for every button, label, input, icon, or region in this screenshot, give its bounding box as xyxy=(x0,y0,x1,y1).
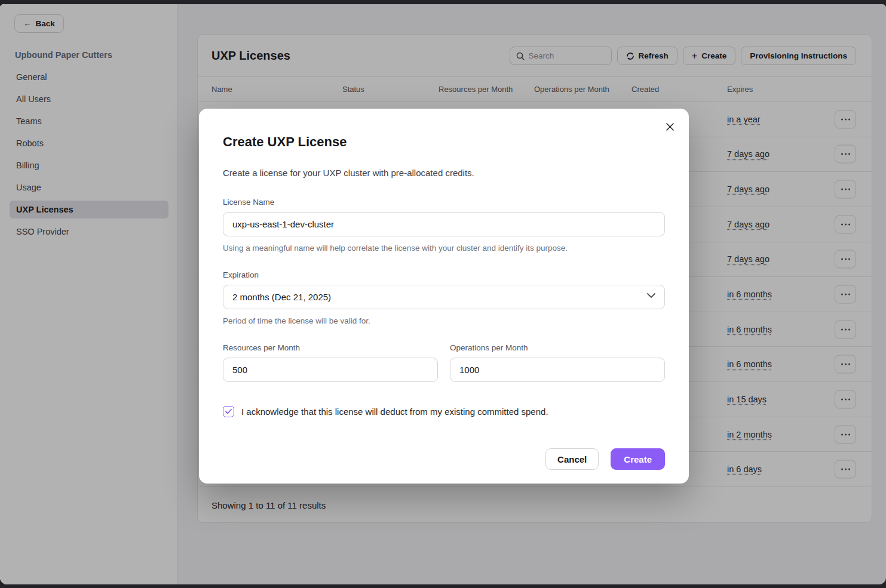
cancel-button[interactable]: Cancel xyxy=(545,448,599,470)
acknowledge-checkbox[interactable] xyxy=(223,406,234,417)
close-button[interactable] xyxy=(661,118,678,135)
screen: ← Back Upbound Paper Cutters General All… xyxy=(0,0,886,588)
modal-create-button[interactable]: Create xyxy=(611,448,665,470)
modal-description: Create a license for your UXP cluster wi… xyxy=(223,168,665,178)
license-name-helper: Using a meaningful name will help correl… xyxy=(223,244,665,253)
acknowledge-row: I acknowledge that this license will ded… xyxy=(223,406,665,417)
license-name-input[interactable] xyxy=(223,212,665,236)
check-icon xyxy=(225,409,232,414)
modal-buttons: Cancel Create xyxy=(223,448,665,470)
operations-field: Operations per Month xyxy=(450,343,665,382)
expiration-label: Expiration xyxy=(223,270,665,279)
expiration-select[interactable] xyxy=(223,279,665,309)
close-icon xyxy=(666,122,675,131)
resources-field: Resources per Month xyxy=(223,343,438,382)
acknowledge-label: I acknowledge that this license will ded… xyxy=(241,407,548,417)
license-name-label: License Name xyxy=(223,198,665,207)
expiration-helper: Period of time the license will be valid… xyxy=(223,316,665,325)
modal-title: Create UXP License xyxy=(223,109,665,150)
create-uxp-license-modal: Create UXP License Create a license for … xyxy=(199,109,689,484)
resources-input[interactable] xyxy=(223,358,438,382)
app-window: ← Back Upbound Paper Cutters General All… xyxy=(0,4,886,584)
operations-input[interactable] xyxy=(450,358,665,382)
expiration-value[interactable] xyxy=(223,285,665,309)
operations-label: Operations per Month xyxy=(450,343,665,352)
resources-label: Resources per Month xyxy=(223,343,438,352)
